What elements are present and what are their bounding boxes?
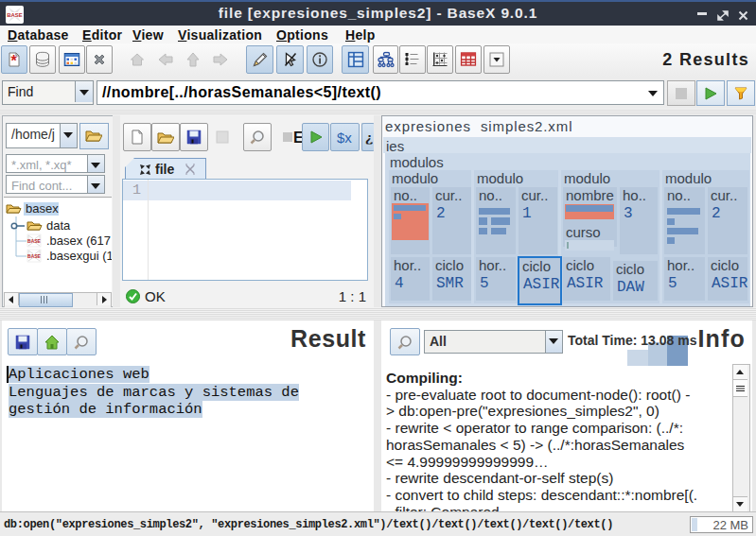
svg-text:*: * (10, 53, 17, 68)
svg-text:BASE: BASE (27, 253, 42, 259)
svg-text:$x: $x (337, 130, 352, 145)
svg-text:BASE: BASE (7, 12, 23, 18)
svg-text:BASE: BASE (27, 238, 42, 244)
svg-text:data: data (46, 218, 71, 233)
svg-text:.basexgui (1: .basexgui (1 (46, 249, 112, 263)
svg-text:basex: basex (26, 201, 59, 216)
svg-text:¿: ¿ (365, 130, 373, 145)
svg-text:.basex (617: .basex (617 (46, 233, 111, 248)
